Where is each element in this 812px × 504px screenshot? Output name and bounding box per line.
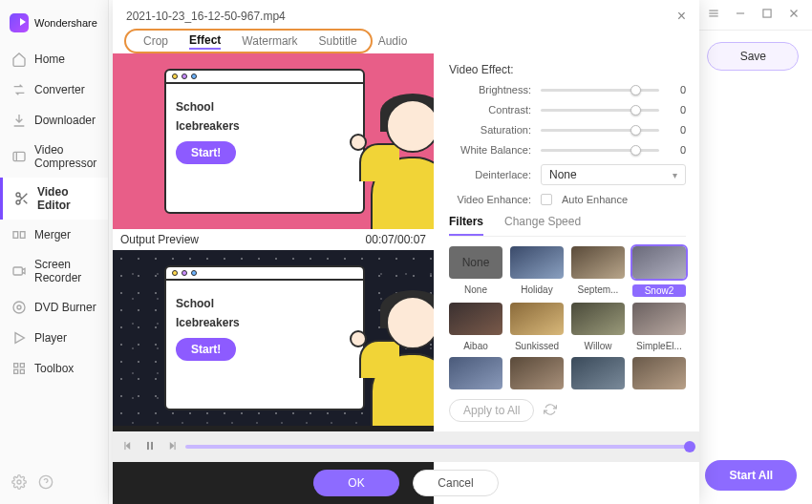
start-all-button[interactable]: Start All (705, 460, 797, 491)
filter-thumb[interactable] (510, 246, 564, 279)
settings-icon[interactable] (11, 474, 27, 493)
filter-thumb-selected[interactable] (632, 246, 686, 279)
filter-thumb[interactable] (632, 303, 686, 335)
minimize-icon[interactable] (734, 7, 747, 23)
sidebar-item-label: Toolbox (34, 362, 74, 375)
filter-thumb[interactable] (449, 357, 502, 389)
sidebar-item-merger[interactable]: Merger (0, 220, 108, 250)
filter-label: Septem... (571, 284, 625, 297)
saturation-slider[interactable] (541, 129, 659, 132)
tab-audio[interactable]: Audio (378, 34, 408, 48)
sidebar-item-compressor[interactable]: Video Compressor (0, 136, 108, 178)
close-icon[interactable] (787, 7, 801, 23)
deinterlace-select[interactable]: None▾ (541, 164, 686, 185)
contrast-value: 0 (669, 104, 686, 116)
svg-rect-4 (20, 232, 25, 239)
subtab-change-speed[interactable]: Change Speed (504, 215, 581, 236)
filter-label: Sunkissed (510, 341, 564, 351)
modal-close-icon[interactable]: × (677, 8, 686, 25)
svg-rect-9 (14, 364, 18, 368)
next-frame-icon[interactable] (164, 439, 178, 455)
chevron-down-icon: ▾ (673, 170, 677, 180)
sidebar-item-dvd[interactable]: DVD Burner (0, 292, 108, 323)
filter-label: SimpleEl... (632, 341, 686, 351)
filter-thumb[interactable] (510, 303, 564, 335)
sidebar-item-home[interactable]: Home (0, 44, 108, 74)
home-icon (11, 52, 27, 67)
sidebar-item-video-editor[interactable]: Video Editor (0, 178, 108, 220)
modal-filename: 2021-10-23_16-12-50-967.mp4 (126, 10, 286, 23)
sidebar-item-label: Home (34, 52, 65, 66)
merger-icon (11, 227, 27, 242)
subtab-filters[interactable]: Filters (449, 215, 483, 236)
sidebar-item-label: Converter (34, 83, 85, 96)
tab-crop[interactable]: Crop (143, 34, 168, 48)
converter-icon (11, 82, 27, 97)
editor-tabs-highlight: Crop Effect Watermark Subtitle Audio (124, 29, 373, 53)
filter-label: None (449, 284, 502, 297)
svg-rect-28 (175, 441, 176, 449)
refresh-icon[interactable] (544, 403, 557, 419)
svg-rect-3 (13, 232, 18, 239)
svg-rect-0 (13, 152, 25, 160)
filter-label: Holiday (510, 284, 564, 297)
brand-logo-icon (10, 13, 29, 32)
timeline-knob[interactable] (684, 441, 695, 452)
sidebar-item-downloader[interactable]: Downloader (0, 105, 108, 136)
sidebar-item-converter[interactable]: Converter (0, 74, 108, 105)
saturation-label: Saturation: (449, 124, 531, 136)
apply-to-all-button[interactable]: Apply to All (449, 399, 534, 422)
white-balance-slider[interactable] (541, 149, 659, 152)
filter-thumb[interactable] (571, 246, 625, 279)
window-controls (694, 0, 812, 31)
pause-icon[interactable] (143, 439, 157, 455)
svg-rect-12 (20, 369, 24, 373)
disc-icon (11, 300, 27, 315)
timeline-track[interactable] (185, 445, 690, 449)
brightness-slider[interactable] (541, 89, 659, 92)
help-icon[interactable] (38, 474, 53, 493)
white-balance-value: 0 (669, 144, 686, 156)
tab-subtitle[interactable]: Subtitle (319, 34, 357, 48)
svg-marker-27 (170, 441, 175, 449)
brightness-label: Brightness: (449, 84, 531, 95)
sidebar-item-label: Video Editor (37, 185, 96, 212)
filter-thumb[interactable] (571, 303, 625, 335)
filter-thumb[interactable] (510, 357, 564, 389)
auto-enhance-checkbox[interactable] (541, 194, 552, 205)
contrast-slider[interactable] (541, 109, 659, 112)
save-button[interactable]: Save (707, 42, 799, 71)
contrast-label: Contrast: (449, 104, 531, 116)
preview-timestamp: 00:07/00:07 (366, 233, 426, 246)
transport-bar (113, 431, 699, 462)
svg-marker-23 (126, 441, 131, 449)
brightness-value: 0 (669, 84, 686, 95)
svg-rect-10 (20, 364, 24, 368)
sidebar-item-label: Downloader (34, 114, 96, 127)
original-preview: SchoolIcebreakers Start! (113, 53, 434, 229)
ok-button[interactable]: OK (313, 470, 399, 496)
sidebar-item-recorder[interactable]: Screen Recorder (0, 250, 108, 292)
sidebar-item-label: Video Compressor (34, 143, 96, 170)
enhance-label: Video Enhance: (449, 194, 531, 205)
tab-watermark[interactable]: Watermark (242, 34, 297, 48)
sidebar-item-toolbox[interactable]: Toolbox (0, 353, 108, 384)
maximize-icon[interactable] (760, 7, 774, 23)
sidebar-item-player[interactable]: Player (0, 323, 108, 353)
svg-point-7 (17, 305, 21, 309)
filter-thumb[interactable] (632, 357, 686, 389)
white-balance-label: White Balance: (449, 144, 531, 156)
output-preview: SchoolIcebreakers Start! (113, 250, 434, 426)
tab-effect[interactable]: Effect (189, 33, 221, 50)
svg-rect-25 (147, 441, 149, 449)
menu-icon[interactable] (707, 7, 720, 23)
scissors-icon (14, 191, 30, 206)
svg-point-1 (16, 193, 20, 197)
svg-rect-5 (13, 267, 22, 275)
cancel-button[interactable]: Cancel (413, 470, 499, 496)
filter-thumb[interactable] (449, 303, 502, 335)
filter-thumb[interactable] (571, 357, 625, 389)
filter-thumb-none[interactable]: None (449, 246, 502, 279)
prev-frame-icon[interactable] (122, 439, 136, 455)
filter-label-selected: Snow2 (632, 284, 686, 297)
